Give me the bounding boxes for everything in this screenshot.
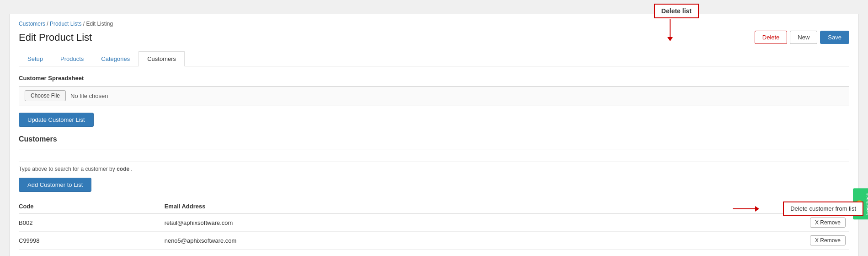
tabs: Setup Products Categories Customers (19, 51, 849, 66)
table-row: C99998neno5@aphixsoftware.comX Remove (19, 232, 849, 250)
tab-setup[interactable]: Setup (19, 51, 52, 66)
customer-code: C99998 (19, 232, 165, 250)
page-wrapper: Delete list Delete customer from list Cu… (0, 0, 868, 256)
delete-button[interactable]: Delete (755, 31, 788, 44)
table-row: B002retail@aphixsoftware.comX Remove (19, 214, 849, 232)
delete-customer-tooltip: Delete customer from list (783, 202, 863, 216)
action-cell: X Remove (615, 232, 849, 250)
customer-table: Code Email Address Action B002retail@aph… (19, 200, 849, 250)
action-cell: X Remove (615, 214, 849, 232)
new-button[interactable]: New (790, 31, 817, 44)
breadcrumb-product-lists[interactable]: Product Lists (50, 21, 81, 27)
customers-section: Customers Type above to search for a cus… (19, 135, 849, 250)
remove-button[interactable]: X Remove (810, 235, 846, 245)
choose-file-button[interactable]: Choose File (25, 90, 66, 101)
main-panel: Customers / Product Lists / Edit Listing… (9, 14, 859, 256)
customer-spreadsheet-section: Customer Spreadsheet Choose File No file… (19, 75, 849, 135)
col-header-code: Code (19, 200, 165, 214)
breadcrumb: Customers / Product Lists / Edit Listing (19, 21, 849, 27)
page-title-row: Edit Product List Delete New Save (19, 31, 849, 44)
delete-customer-tooltip-text: Delete customer from list (790, 205, 856, 212)
customer-search-input[interactable] (19, 149, 849, 162)
remove-button[interactable]: X Remove (810, 218, 846, 228)
add-customer-button[interactable]: Add Customer to List (19, 178, 91, 192)
search-hint: Type above to search for a customer by c… (19, 166, 849, 172)
no-file-text: No file chosen (70, 93, 108, 99)
customer-code: B002 (19, 214, 165, 232)
update-customer-list-button[interactable]: Update Customer List (19, 113, 94, 127)
customer-email: neno5@aphixsoftware.com (165, 232, 615, 250)
action-buttons: Delete New Save (755, 31, 849, 44)
tab-products[interactable]: Products (52, 51, 92, 66)
breadcrumb-edit-listing: Edit Listing (86, 21, 113, 27)
save-button[interactable]: Save (820, 31, 849, 44)
delete-list-arrow (670, 19, 671, 38)
feedback-label: Feedback (865, 193, 868, 215)
page-title: Edit Product List (19, 32, 92, 44)
delete-customer-arrow (733, 208, 756, 209)
file-input-row: Choose File No file chosen (19, 86, 849, 105)
customer-email: retail@aphixsoftware.com (165, 214, 615, 232)
customer-spreadsheet-label: Customer Spreadsheet (19, 75, 849, 82)
col-header-email: Email Address (165, 200, 615, 214)
delete-list-tooltip-text: Delete list (661, 7, 692, 15)
tab-customers[interactable]: Customers (138, 51, 185, 66)
tab-categories[interactable]: Categories (92, 51, 138, 66)
breadcrumb-customers[interactable]: Customers (19, 21, 45, 27)
customers-heading: Customers (19, 135, 849, 143)
delete-list-tooltip: Delete list (654, 4, 699, 18)
